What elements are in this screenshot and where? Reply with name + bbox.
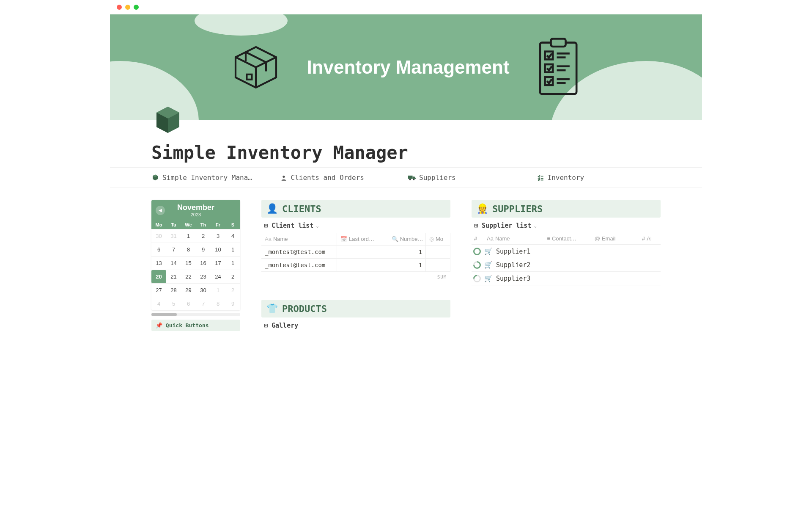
table-row[interactable]: _montest@test.com1 bbox=[261, 259, 450, 272]
table-icon: ⊞ bbox=[263, 223, 269, 229]
calendar-day[interactable]: 21 bbox=[166, 270, 181, 283]
chevron-down-icon: ⌄ bbox=[534, 223, 537, 229]
tab-inventory[interactable]: Inventory bbox=[537, 174, 661, 182]
truck-icon bbox=[408, 174, 416, 182]
progress-ring-icon bbox=[472, 273, 482, 284]
calendar-day[interactable]: 5 bbox=[166, 297, 181, 310]
calendar-day[interactable]: 9 bbox=[196, 243, 211, 256]
clipboard-icon bbox=[535, 38, 582, 97]
calendar-dow: Tu bbox=[166, 221, 181, 229]
person-emoji-icon: 👤 bbox=[266, 203, 278, 214]
calendar-day[interactable]: 1 bbox=[181, 229, 196, 243]
calendar-day[interactable]: 10 bbox=[211, 243, 225, 256]
supplier-row[interactable]: 🛒 Supplier1 bbox=[472, 245, 661, 258]
calendar-day[interactable]: 8 bbox=[181, 243, 196, 256]
calendar-day[interactable]: 31 bbox=[166, 229, 181, 243]
cart-icon: 🛒 bbox=[484, 247, 493, 255]
clients-view-selector[interactable]: ⊞ Client list ⌄ bbox=[261, 218, 450, 233]
box-arrow-icon bbox=[151, 174, 159, 182]
clients-header: 👤 CLIENTS bbox=[261, 200, 450, 218]
svg-rect-2 bbox=[551, 39, 565, 47]
calendar-dow: Mo bbox=[151, 221, 166, 229]
close-window-button[interactable] bbox=[117, 5, 122, 10]
col-last-order: 📅Last ord… bbox=[337, 233, 388, 246]
svg-rect-0 bbox=[247, 75, 252, 80]
calendar-day[interactable]: 15 bbox=[181, 256, 196, 270]
calendar-year: 2023 bbox=[151, 212, 240, 217]
tab-suppliers[interactable]: Suppliers bbox=[408, 174, 532, 182]
worker-emoji-icon: 👷 bbox=[477, 203, 488, 214]
col-name: AaName bbox=[261, 233, 337, 246]
calendar-day[interactable]: 6 bbox=[181, 297, 196, 310]
suppliers-list[interactable]: 🛒 Supplier1 🛒 Supplier2 🛒 Supplier3 bbox=[472, 245, 661, 285]
products-title: PRODUCTS bbox=[282, 304, 327, 314]
calendar-day[interactable]: 1 bbox=[225, 256, 240, 270]
calendar-day[interactable]: 1 bbox=[225, 243, 240, 256]
suppliers-view-selector[interactable]: ⊞ Supplier list ⌄ bbox=[472, 218, 661, 233]
tab-clients-and-orders[interactable]: Clients and Orders bbox=[280, 174, 404, 182]
gallery-icon: ⊡ bbox=[263, 323, 269, 329]
calendar-day[interactable]: 29 bbox=[181, 283, 196, 297]
products-view-selector[interactable]: ⊡ Gallery bbox=[261, 318, 450, 333]
calendar-day[interactable]: 20 bbox=[151, 270, 166, 283]
quick-buttons[interactable]: 📌 Quick Buttons bbox=[151, 320, 240, 331]
maximize-window-button[interactable] bbox=[134, 5, 139, 10]
calendar-dow: We bbox=[181, 221, 196, 229]
chevron-down-icon: ⌄ bbox=[316, 223, 319, 229]
calendar-day[interactable]: 7 bbox=[166, 243, 181, 256]
cart-icon: 🛒 bbox=[484, 261, 493, 269]
tabs-row: Simple Inventory Mana… Clients and Order… bbox=[110, 167, 702, 188]
person-icon bbox=[280, 174, 288, 182]
calendar-day[interactable]: 30 bbox=[151, 229, 166, 243]
titlebar bbox=[110, 0, 702, 14]
calendar-dow: S bbox=[225, 221, 240, 229]
supplier-row[interactable]: 🛒 Supplier2 bbox=[472, 258, 661, 272]
hero-banner: Inventory Management bbox=[110, 14, 702, 120]
table-icon: ⊞ bbox=[473, 223, 479, 229]
box-icon bbox=[230, 42, 281, 93]
calendar-day[interactable]: 6 bbox=[151, 243, 166, 256]
calendar-day[interactable]: 23 bbox=[196, 270, 211, 283]
page-title[interactable]: Simple Inventory Manager bbox=[110, 136, 702, 167]
calendar-day[interactable]: 28 bbox=[166, 283, 181, 297]
table-row[interactable]: _montest@test.com1 bbox=[261, 246, 450, 259]
calendar-widget[interactable]: ◀ November 2023 MoTuWeThFrS3031123467891… bbox=[151, 200, 240, 310]
calendar-day[interactable]: 4 bbox=[151, 297, 166, 310]
calendar-day[interactable]: 13 bbox=[151, 256, 166, 270]
col-number: 🔍Numbe… bbox=[388, 233, 425, 246]
calendar-day[interactable]: 2 bbox=[225, 283, 240, 297]
horizontal-scrollbar[interactable] bbox=[151, 313, 240, 316]
calendar-day[interactable]: 27 bbox=[151, 283, 166, 297]
suppliers-columns: # Aa Name ≡ Contact… @ Email # Al bbox=[472, 233, 661, 245]
tab-simple-inventory-manager[interactable]: Simple Inventory Mana… bbox=[151, 174, 276, 182]
calendar-day[interactable]: 3 bbox=[211, 229, 225, 243]
calendar-day[interactable]: 4 bbox=[225, 229, 240, 243]
progress-ring-icon bbox=[472, 260, 482, 270]
calendar-day[interactable]: 8 bbox=[211, 297, 225, 310]
page-icon[interactable] bbox=[151, 103, 184, 136]
suppliers-title: SUPPLIERS bbox=[492, 204, 543, 214]
calendar-day[interactable]: 2 bbox=[225, 270, 240, 283]
hero-title: Inventory Management bbox=[307, 57, 509, 78]
svg-point-15 bbox=[413, 178, 415, 180]
minimize-window-button[interactable] bbox=[125, 5, 130, 10]
suppliers-header: 👷 SUPPLIERS bbox=[472, 200, 661, 218]
calendar-day[interactable]: 16 bbox=[196, 256, 211, 270]
calendar-day[interactable]: 7 bbox=[196, 297, 211, 310]
calendar-day[interactable]: 17 bbox=[211, 256, 225, 270]
calendar-day[interactable]: 30 bbox=[196, 283, 211, 297]
checklist-icon bbox=[537, 174, 544, 182]
clients-table[interactable]: AaName 📅Last ord… 🔍Numbe… ◎Mo _montest@t… bbox=[261, 233, 450, 283]
supplier-row[interactable]: 🛒 Supplier3 bbox=[472, 272, 661, 285]
svg-rect-13 bbox=[408, 175, 413, 179]
calendar-day[interactable]: 24 bbox=[211, 270, 225, 283]
cart-icon: 🛒 bbox=[484, 274, 493, 282]
calendar-day[interactable]: 2 bbox=[196, 229, 211, 243]
svg-point-12 bbox=[283, 175, 285, 177]
products-header: 👕 PRODUCTS bbox=[261, 300, 450, 318]
calendar-day[interactable]: 1 bbox=[211, 283, 225, 297]
clients-sum: SUM bbox=[261, 272, 450, 283]
calendar-day[interactable]: 22 bbox=[181, 270, 196, 283]
calendar-day[interactable]: 14 bbox=[166, 256, 181, 270]
calendar-day[interactable]: 9 bbox=[225, 297, 240, 310]
